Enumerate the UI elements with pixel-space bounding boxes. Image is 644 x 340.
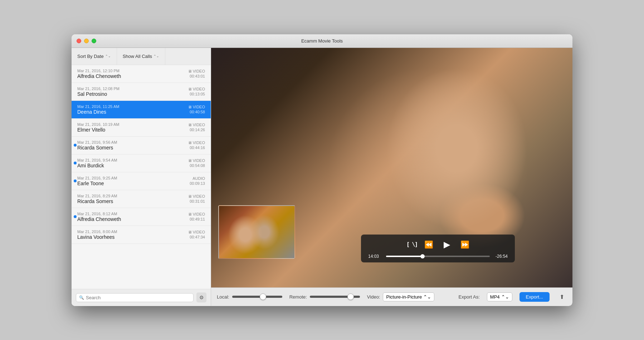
export-format-chevron-icon: ⌃⌄ — [501, 294, 509, 300]
minimize-button[interactable] — [84, 39, 89, 43]
call-item[interactable]: Mar 21, 2016, 9:56 AM Ricarda Somers 🖥 V… — [72, 137, 211, 154]
call-name: Ricarda Somers — [77, 198, 188, 204]
call-info: Mar 21, 2016, 12:08 PM Sal Petrosino — [77, 87, 188, 97]
call-item[interactable]: Mar 21, 2016, 8:12 AM Alfredia Chenoweth… — [72, 208, 211, 226]
pip-background — [219, 206, 294, 258]
call-meta: 🖥 VIDEO 00:14:26 — [188, 123, 205, 132]
call-type: 🖥 VIDEO — [188, 141, 205, 145]
video-call-icon: 🖥 — [188, 141, 192, 145]
call-date: Mar 21, 2016, 8:12 AM — [77, 212, 188, 216]
remote-slider-track[interactable] — [310, 296, 360, 298]
call-item[interactable]: Mar 21, 2016, 9:54 AM Ami Burdick 🖥 VIDE… — [72, 154, 211, 172]
call-item[interactable]: Mar 21, 2016, 10:19 AM Elmer Vitello 🖥 V… — [72, 119, 211, 137]
sort-by-date-button[interactable]: Sort By Date ⌃⌄ — [72, 48, 117, 65]
titlebar: Ecamm Movie Tools — [72, 34, 572, 48]
export-format-select[interactable]: MP4 ⌃⌄ — [487, 292, 512, 301]
call-meta: 🖥 VIDEO 00:40:58 — [188, 105, 205, 114]
window-title: Ecamm Movie Tools — [301, 38, 343, 44]
call-item[interactable]: Mar 21, 2016, 8:29 AM Ricarda Somers 🖥 V… — [72, 190, 211, 208]
show-chevron-icon: ⌃⌄ — [153, 54, 159, 58]
video-main: [ \] ⏪ ▶ ⏩ 14:03 -26:54 — [211, 48, 572, 287]
local-slider-thumb[interactable] — [260, 294, 266, 300]
video-background: [ \] ⏪ ▶ ⏩ 14:03 -26:54 — [211, 48, 572, 287]
call-duration: 00:09:13 — [190, 181, 205, 186]
call-meta: 🖥 VIDEO 00:43:01 — [188, 69, 205, 78]
progress-track[interactable] — [386, 256, 490, 257]
play-button[interactable]: ▶ — [440, 238, 453, 251]
show-all-calls-button[interactable]: Show All Calls ⌃⌄ — [117, 48, 165, 65]
call-duration: 00:49:11 — [190, 217, 205, 221]
fast-forward-button[interactable]: ⏩ — [460, 240, 469, 249]
call-item[interactable]: Mar 21, 2016, 11:25 AM Deena Dines 🖥 VID… — [72, 101, 211, 119]
call-item[interactable]: Mar 21, 2016, 8:00 AM Lavina Voorhees 🖥 … — [72, 226, 211, 244]
call-name: Sal Petrosino — [77, 91, 188, 97]
video-call-icon: 🖥 — [188, 123, 192, 127]
remote-slider-thumb[interactable] — [347, 294, 354, 300]
progress-fill — [386, 256, 423, 257]
video-call-icon: 🖥 — [188, 69, 192, 73]
remote-label: Remote: — [289, 294, 307, 300]
remote-volume-control: Remote: — [289, 294, 360, 300]
in-point-button[interactable]: [ \] — [406, 241, 418, 248]
call-name: Ricarda Somers — [77, 145, 188, 151]
call-item[interactable]: Mar 21, 2016, 12:08 PM Sal Petrosino 🖥 V… — [72, 83, 211, 101]
call-duration: 00:40:58 — [190, 110, 205, 114]
unread-dot — [74, 215, 77, 218]
local-slider-track[interactable] — [232, 296, 282, 298]
video-label: Video: — [367, 294, 380, 300]
call-date: Mar 21, 2016, 9:56 AM — [77, 140, 188, 144]
call-type: 🖥 VIDEO — [188, 105, 205, 109]
bottom-toolbar: Local: Remote: Video: Picture-in-Picture — [211, 287, 572, 306]
call-date: Mar 21, 2016, 12:08 PM — [77, 87, 188, 91]
sidebar: Sort By Date ⌃⌄ Show All Calls ⌃⌄ Mar 21… — [72, 48, 211, 306]
video-call-icon: 🖥 — [188, 105, 192, 109]
video-mode-select[interactable]: Picture-in-Picture ⌃⌄ — [383, 292, 434, 301]
share-button[interactable]: ⬆ — [557, 292, 567, 302]
call-item[interactable]: Mar 21, 2016, 9:25 AM Earle Toone AUDIO … — [72, 172, 211, 190]
search-icon: 🔍 — [79, 295, 84, 300]
call-meta: 🖥 VIDEO 00:54:08 — [188, 158, 205, 168]
call-type: AUDIO — [192, 176, 205, 181]
video-area: [ \] ⏪ ▶ ⏩ 14:03 -26:54 — [211, 48, 572, 306]
call-meta: 🖥 VIDEO 00:49:11 — [188, 212, 205, 221]
traffic-lights — [77, 39, 96, 43]
search-input-wrapper[interactable]: 🔍 — [76, 293, 194, 302]
video-call-icon: 🖥 — [188, 158, 192, 163]
call-meta: 🖥 VIDEO 00:31:01 — [188, 194, 205, 203]
call-name: Lavina Voorhees — [77, 234, 188, 240]
call-name: Earle Toone — [77, 181, 190, 186]
call-name: Deena Dines — [77, 109, 188, 115]
call-name: Alfredia Chenoweth — [77, 73, 188, 79]
call-info: Mar 21, 2016, 10:19 AM Elmer Vitello — [77, 122, 188, 133]
call-duration: 00:54:08 — [190, 163, 205, 168]
call-type: 🖥 VIDEO — [188, 212, 205, 216]
rewind-button[interactable]: ⏪ — [424, 240, 433, 249]
call-type: 🖥 VIDEO — [188, 230, 205, 234]
transport-buttons: [ \] ⏪ ▶ ⏩ — [406, 238, 470, 251]
export-button[interactable]: Export... — [519, 292, 550, 302]
main-content: Sort By Date ⌃⌄ Show All Calls ⌃⌄ Mar 21… — [72, 48, 572, 306]
call-name: Elmer Vitello — [77, 127, 188, 133]
call-info: Mar 21, 2016, 9:54 AM Ami Burdick — [77, 158, 188, 168]
settings-gear-button[interactable]: ⚙ — [196, 292, 206, 302]
call-duration: 00:13:05 — [190, 92, 205, 96]
call-date: Mar 21, 2016, 9:25 AM — [77, 176, 190, 180]
call-list: Mar 21, 2016, 12:10 PM Alfredia Chenowet… — [72, 65, 211, 289]
video-call-icon: 🖥 — [188, 87, 192, 91]
call-duration: 00:47:34 — [190, 235, 205, 239]
close-button[interactable] — [77, 39, 81, 43]
sort-label: Sort By Date — [77, 54, 104, 59]
search-input[interactable] — [86, 295, 190, 300]
call-item[interactable]: Mar 21, 2016, 12:10 PM Alfredia Chenowet… — [72, 65, 211, 83]
call-meta: 🖥 VIDEO 00:47:34 — [188, 230, 205, 239]
call-info: Mar 21, 2016, 9:56 AM Ricarda Somers — [77, 140, 188, 151]
call-info: Mar 21, 2016, 12:10 PM Alfredia Chenowet… — [77, 69, 188, 79]
call-duration: 00:44:16 — [190, 146, 205, 150]
call-duration: 00:43:01 — [190, 74, 205, 78]
local-volume-control: Local: — [217, 294, 282, 300]
local-label: Local: — [217, 294, 229, 300]
maximize-button[interactable] — [92, 39, 96, 43]
call-type: 🖥 VIDEO — [188, 87, 205, 91]
app-window: Ecamm Movie Tools Sort By Date ⌃⌄ Show A… — [72, 34, 572, 306]
progress-thumb[interactable] — [420, 254, 425, 258]
